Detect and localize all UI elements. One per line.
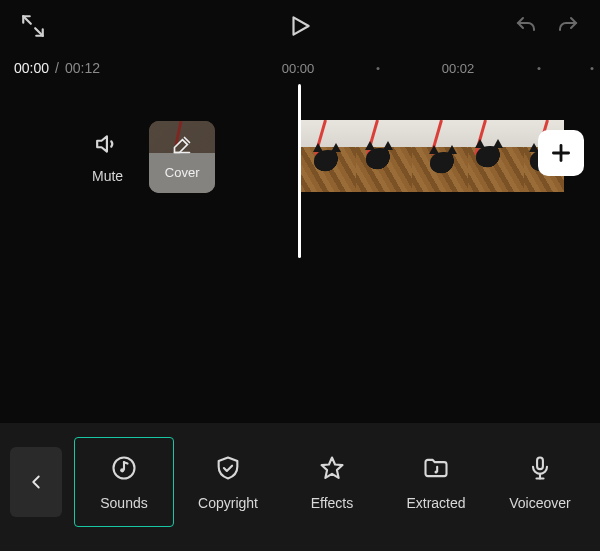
clip-frame[interactable] bbox=[356, 120, 412, 192]
ruler-tick-label: 00:00 bbox=[282, 61, 315, 76]
mute-label: Mute bbox=[92, 168, 123, 184]
tab-label: Effects bbox=[311, 495, 354, 511]
music-note-icon bbox=[110, 454, 138, 485]
top-toolbar bbox=[0, 0, 600, 52]
tab-effects[interactable]: Effects bbox=[282, 437, 382, 527]
ruler-tick-dot bbox=[377, 67, 380, 70]
play-button[interactable] bbox=[287, 13, 313, 39]
edit-icon bbox=[172, 135, 192, 159]
clip-frame[interactable] bbox=[412, 120, 468, 192]
svg-point-3 bbox=[120, 468, 124, 472]
audio-toolbar: Sounds Copyright Effects Extracted bbox=[0, 423, 600, 551]
mute-button[interactable]: Mute bbox=[92, 131, 123, 184]
tab-label: Extracted bbox=[406, 495, 465, 511]
tab-voiceover[interactable]: Voiceover bbox=[490, 437, 590, 527]
microphone-icon bbox=[526, 454, 554, 485]
cover-button[interactable]: Cover bbox=[149, 121, 215, 193]
expand-icon[interactable] bbox=[20, 13, 46, 39]
tab-label: Copyright bbox=[198, 495, 258, 511]
ruler-tick-label: 00:02 bbox=[442, 61, 475, 76]
clip-frame[interactable] bbox=[300, 120, 356, 192]
svg-rect-6 bbox=[537, 457, 543, 469]
svg-point-5 bbox=[434, 470, 437, 473]
timeline-area[interactable]: Mute Cover bbox=[0, 84, 600, 384]
back-button[interactable] bbox=[10, 447, 62, 517]
time-current: 00:00 bbox=[14, 60, 49, 76]
mute-icon bbox=[95, 131, 121, 160]
tab-label: Voiceover bbox=[509, 495, 570, 511]
svg-marker-0 bbox=[294, 17, 309, 34]
time-separator: / bbox=[55, 60, 59, 76]
time-row: 00:00 / 00:12 00:0000:02 bbox=[0, 52, 600, 84]
playhead[interactable] bbox=[298, 84, 301, 258]
time-total: 00:12 bbox=[65, 60, 100, 76]
ruler-tick-dot bbox=[591, 67, 594, 70]
tab-label: Sounds bbox=[100, 495, 147, 511]
star-icon bbox=[318, 454, 346, 485]
svg-marker-4 bbox=[322, 457, 343, 477]
redo-button[interactable] bbox=[556, 14, 580, 38]
undo-button[interactable] bbox=[514, 14, 538, 38]
clip-frame[interactable] bbox=[468, 120, 524, 192]
folder-music-icon bbox=[422, 454, 450, 485]
tab-extracted[interactable]: Extracted bbox=[386, 437, 486, 527]
shield-check-icon bbox=[214, 454, 242, 485]
clip-strip[interactable] bbox=[300, 120, 564, 192]
ruler-tick-dot bbox=[538, 67, 541, 70]
add-clip-button[interactable] bbox=[538, 130, 584, 176]
svg-marker-1 bbox=[97, 136, 107, 151]
tab-copyright[interactable]: Copyright bbox=[178, 437, 278, 527]
cover-label: Cover bbox=[165, 165, 200, 180]
tab-sounds[interactable]: Sounds bbox=[74, 437, 174, 527]
